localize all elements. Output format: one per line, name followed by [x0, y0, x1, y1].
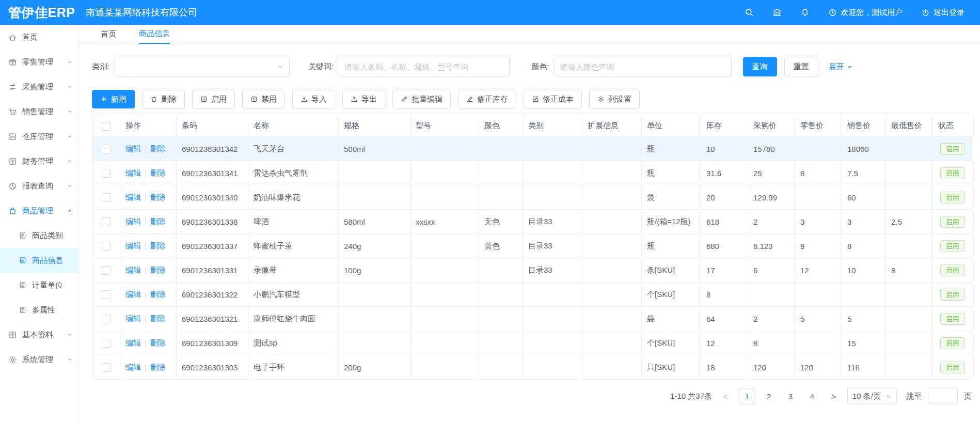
status-badge[interactable]: 启用 [940, 192, 965, 204]
sidebar-item-retail[interactable]: 零售管理 [0, 50, 78, 74]
delete-link[interactable]: 删除 [150, 217, 166, 226]
export-button[interactable]: 导出 [342, 90, 385, 108]
edit-link[interactable]: 编辑 [125, 168, 141, 177]
delete-link[interactable]: 删除 [150, 314, 166, 323]
row-checkbox[interactable] [102, 266, 110, 275]
pie-chart-icon [8, 182, 17, 191]
table-row: 编辑|删除 6901236301322 小鹏汽车模型 个[SKU] 8 [92, 283, 972, 307]
sidebar-label: 仓库管理 [22, 132, 53, 142]
sidebar-item-goods-info[interactable]: 商品信息 [0, 248, 78, 273]
delete-link[interactable]: 删除 [150, 265, 166, 274]
delete-link[interactable]: 删除 [150, 144, 166, 153]
edit-link[interactable]: 编辑 [125, 241, 141, 250]
next-page-button[interactable]: > [826, 388, 842, 404]
cell-stock: 8 [701, 283, 748, 307]
cell-retail: 5 [795, 307, 842, 331]
row-checkbox[interactable] [102, 363, 110, 372]
cell-stock: 18 [701, 355, 748, 380]
cell-stock: 618 [701, 210, 748, 234]
edit-link[interactable]: 编辑 [125, 193, 141, 201]
sidebar-item-goods[interactable]: 商品管理 [0, 198, 78, 223]
import-button[interactable]: 导入 [292, 90, 335, 108]
col-retail: 零售价 [795, 115, 842, 137]
sidebar-item-system[interactable]: 系统管理 [0, 347, 78, 372]
column-settings-button[interactable]: 列设置 [589, 90, 640, 108]
search-icon[interactable] [745, 8, 754, 17]
sidebar-item-goods-category[interactable]: 商品类别 [0, 223, 78, 248]
disable-button[interactable]: 禁用 [242, 90, 285, 108]
cell-retail [795, 283, 842, 307]
row-checkbox[interactable] [102, 339, 110, 348]
status-badge[interactable]: 启用 [940, 289, 965, 301]
status-badge[interactable]: 启用 [940, 240, 965, 252]
sidebar-item-home[interactable]: 首页 [0, 25, 78, 50]
pencil-line-icon [466, 96, 473, 103]
delete-link[interactable]: 删除 [150, 363, 166, 371]
status-badge[interactable]: 启用 [940, 337, 965, 349]
sidebar-item-finance[interactable]: 财务管理 [0, 149, 78, 174]
delete-button[interactable]: 删除 [142, 90, 185, 108]
delete-link[interactable]: 删除 [150, 338, 166, 347]
sidebar-item-attributes[interactable]: 多属性 [0, 298, 78, 322]
page-button-1[interactable]: 1 [739, 388, 755, 404]
welcome-user[interactable]: 欢迎您，测试用户 [828, 8, 903, 18]
page-button-3[interactable]: 3 [782, 388, 799, 404]
cell-model [410, 185, 479, 210]
sidebar-item-warehouse[interactable]: 仓库管理 [0, 124, 78, 149]
cell-unit: 瓶 [642, 161, 701, 185]
sidebar-item-units[interactable]: 计量单位 [0, 273, 78, 298]
status-badge[interactable]: 启用 [940, 143, 965, 155]
status-badge[interactable]: 启用 [940, 362, 965, 373]
page-button-4[interactable]: 4 [804, 388, 820, 404]
row-checkbox[interactable] [102, 145, 110, 153]
logout-button[interactable]: 退出登录 [921, 8, 965, 18]
enable-button[interactable]: 启用 [192, 90, 235, 108]
status-badge[interactable]: 启用 [940, 264, 965, 276]
edit-link[interactable]: 编辑 [125, 217, 141, 226]
status-badge[interactable]: 启用 [940, 167, 965, 179]
page-size-select[interactable]: 10 条/页 [847, 388, 897, 404]
edit-link[interactable]: 编辑 [125, 314, 141, 323]
search-button[interactable]: 查询 [743, 57, 777, 76]
keyword-input[interactable] [338, 57, 510, 76]
home-portal-icon[interactable] [772, 8, 782, 17]
cell-purchase: 129.99 [748, 185, 795, 210]
bell-icon[interactable] [800, 8, 810, 17]
edit-link[interactable]: 编辑 [125, 265, 141, 274]
edit-link[interactable]: 编辑 [125, 338, 141, 347]
jump-page-input[interactable] [928, 388, 958, 404]
reset-button[interactable]: 重置 [784, 57, 818, 76]
delete-link[interactable]: 删除 [150, 241, 166, 250]
sidebar-item-basic-data[interactable]: 基本资料 [0, 322, 78, 347]
sidebar-item-reports[interactable]: 报表查询 [0, 174, 78, 198]
row-checkbox[interactable] [102, 217, 110, 226]
sidebar-item-purchase[interactable]: 采购管理 [0, 74, 78, 99]
delete-link[interactable]: 删除 [150, 290, 166, 299]
prev-page-button[interactable]: < [717, 388, 734, 404]
row-checkbox[interactable] [102, 315, 110, 323]
add-button[interactable]: 新增 [92, 90, 135, 108]
tab-home[interactable]: 首页 [101, 25, 116, 44]
category-select[interactable] [115, 57, 290, 76]
row-checkbox[interactable] [102, 193, 110, 202]
color-input[interactable] [554, 57, 732, 76]
edit-link[interactable]: 编辑 [125, 290, 141, 299]
tab-goods-info[interactable]: 商品信息 [139, 25, 170, 44]
expand-link[interactable]: 展开 [829, 62, 853, 72]
row-checkbox[interactable] [102, 290, 110, 299]
batch-edit-button[interactable]: 批量编辑 [392, 90, 451, 108]
delete-link[interactable]: 删除 [150, 193, 166, 201]
status-badge[interactable]: 启用 [940, 216, 965, 228]
sidebar-item-sales[interactable]: 销售管理 [0, 99, 78, 124]
cell-purchase: 6 [748, 258, 795, 283]
fix-stock-button[interactable]: 修正库存 [458, 90, 516, 108]
row-checkbox[interactable] [102, 169, 110, 178]
select-all-checkbox[interactable] [102, 122, 110, 131]
edit-link[interactable]: 编辑 [125, 144, 141, 153]
edit-link[interactable]: 编辑 [125, 363, 141, 371]
status-badge[interactable]: 启用 [940, 313, 965, 325]
row-checkbox[interactable] [102, 242, 110, 251]
page-button-2[interactable]: 2 [761, 388, 777, 404]
delete-link[interactable]: 删除 [150, 168, 166, 177]
fix-cost-button[interactable]: 修正成本 [524, 90, 582, 108]
